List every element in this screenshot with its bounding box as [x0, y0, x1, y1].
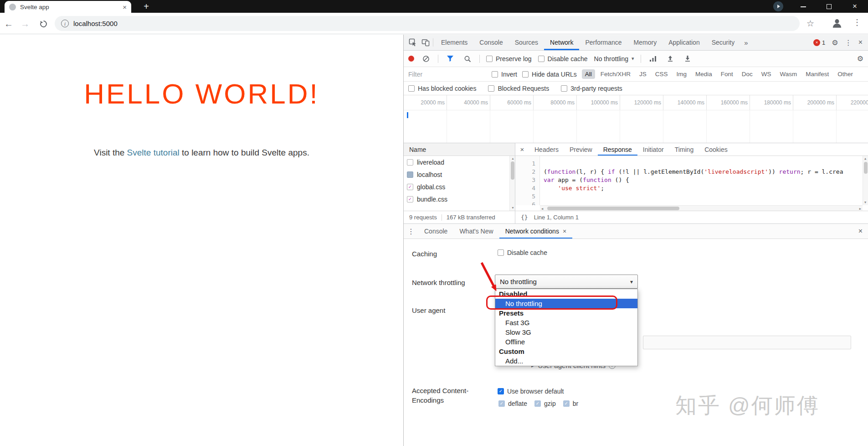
scroll-left-icon[interactable]: ◀	[541, 207, 543, 211]
filter-pill-wasm[interactable]: Wasm	[777, 69, 801, 79]
response-tab-headers[interactable]: Headers	[529, 143, 564, 156]
throttling-option-fast-3g[interactable]: Fast 3G	[495, 318, 637, 327]
network-settings-icon[interactable]: ⚙	[857, 54, 863, 63]
requests-name-header[interactable]: Name	[404, 143, 515, 156]
encoding-deflate-checkbox[interactable]: ✓deflate	[498, 400, 527, 407]
hide-data-urls-checkbox[interactable]: Hide data URLs	[522, 71, 577, 78]
filter-pill-css[interactable]: CSS	[652, 69, 671, 79]
window-minimize-button[interactable]	[801, 6, 806, 7]
encoding-br-checkbox[interactable]: ✓br	[563, 400, 578, 407]
window-maximize-button[interactable]	[827, 4, 832, 9]
requests-scrollbar[interactable]: ▲ ▼	[509, 156, 515, 211]
drawer-close-icon[interactable]: ×	[858, 227, 868, 235]
import-har-icon[interactable]	[665, 53, 676, 64]
drawer-tab-what-s-new[interactable]: What's New	[453, 224, 499, 239]
drawer-menu-icon[interactable]: ⋮	[404, 227, 418, 236]
clear-icon[interactable]	[421, 53, 431, 64]
throttling-select[interactable]: No throttling ▾	[495, 275, 638, 289]
request-row[interactable]: localhost	[404, 168, 515, 181]
inspect-element-icon[interactable]	[407, 37, 418, 48]
format-button[interactable]: {}	[521, 214, 528, 221]
filter-pill-font[interactable]: Font	[718, 69, 736, 79]
browser-tab[interactable]: Svelte app ×	[5, 1, 131, 13]
filter-pill-manifest[interactable]: Manifest	[802, 69, 832, 79]
request-row[interactable]: livereload	[404, 156, 515, 168]
address-bar[interactable]: i localhost:5000	[55, 16, 800, 31]
filter-pill-other[interactable]: Other	[834, 69, 856, 79]
filter-pill-all[interactable]: All	[582, 69, 595, 79]
back-button[interactable]: ←	[2, 17, 15, 31]
throttling-option-add[interactable]: Add...	[495, 356, 637, 366]
scroll-up-icon[interactable]: ▲	[864, 156, 866, 161]
disable-cache-checkbox-drawer[interactable]: Disable cache	[498, 249, 547, 256]
devtools-settings-icon[interactable]: ⚙	[832, 38, 838, 47]
export-har-icon[interactable]	[682, 53, 693, 64]
scroll-down-icon[interactable]: ▼	[864, 200, 866, 205]
scroll-up-icon[interactable]: ▲	[511, 156, 514, 161]
tab-close-icon[interactable]: ×	[123, 4, 127, 10]
encoding-gzip-checkbox[interactable]: ✓gzip	[534, 400, 556, 407]
disable-cache-checkbox[interactable]: Disable cache	[538, 55, 588, 62]
vertical-scrollbar[interactable]: ▲ ▼	[863, 156, 868, 205]
extension-icon[interactable]	[773, 1, 783, 11]
search-icon[interactable]	[462, 53, 473, 64]
response-tab-preview[interactable]: Preview	[564, 143, 598, 156]
record-button[interactable]	[408, 56, 414, 62]
svelte-tutorial-link[interactable]: Svelte tutorial	[127, 148, 180, 157]
drawer-tab-network-conditions[interactable]: Network conditions×	[499, 224, 572, 239]
more-tabs-icon[interactable]: »	[742, 39, 750, 47]
preserve-log-checkbox[interactable]: Preserve log	[486, 55, 532, 62]
filter-pill-img[interactable]: Img	[673, 69, 690, 79]
scroll-down-icon[interactable]: ▼	[511, 206, 514, 210]
throttling-option-slow-3g[interactable]: Slow 3G	[495, 327, 637, 337]
has-blocked-cookies-checkbox[interactable]: Has blocked cookies	[408, 85, 476, 92]
bookmark-star-icon[interactable]: ☆	[806, 18, 814, 29]
network-conditions-icon[interactable]	[647, 53, 658, 64]
request-row[interactable]: ✓bundle.css	[404, 193, 515, 205]
network-timeline[interactable]: 20000 ms40000 ms60000 ms80000 ms100000 m…	[404, 95, 868, 143]
devtools-menu-icon[interactable]: ⋮	[845, 38, 852, 47]
filter-pill-fetch-xhr[interactable]: Fetch/XHR	[597, 69, 634, 79]
reload-button[interactable]	[36, 17, 50, 31]
use-browser-default-checkbox[interactable]: ✓ Use browser default	[498, 388, 564, 395]
scrollbar-thumb[interactable]	[511, 161, 514, 180]
scroll-right-icon[interactable]: ▶	[859, 207, 861, 211]
devtools-tab-elements[interactable]: Elements	[435, 35, 473, 50]
devtools-tab-network[interactable]: Network	[544, 35, 579, 50]
horizontal-scrollbar[interactable]: ◀ ▶	[540, 205, 863, 211]
3rd-party-requests-checkbox[interactable]: 3rd-party requests	[561, 85, 622, 92]
browser-menu-icon[interactable]: ⋮	[853, 17, 861, 27]
devtools-tab-console[interactable]: Console	[473, 35, 508, 50]
filter-pill-js[interactable]: JS	[636, 69, 650, 79]
drawer-tab-console[interactable]: Console	[418, 224, 453, 239]
window-close-button[interactable]: ×	[853, 0, 857, 12]
scrollbar-thumb[interactable]	[547, 207, 679, 210]
response-tab-cookies[interactable]: Cookies	[699, 143, 733, 156]
throttling-dropdown[interactable]: No throttling ▾	[594, 55, 634, 62]
filter-pill-doc[interactable]: Doc	[739, 69, 756, 79]
devtools-tab-application[interactable]: Application	[663, 35, 706, 50]
site-info-icon[interactable]: i	[61, 20, 69, 27]
request-row[interactable]: ✓global.css	[404, 181, 515, 193]
devtools-tab-memory[interactable]: Memory	[628, 35, 663, 50]
filter-input[interactable]	[408, 71, 487, 78]
devtools-tab-sources[interactable]: Sources	[509, 35, 544, 50]
devtools-tab-security[interactable]: Security	[706, 35, 741, 50]
close-icon[interactable]: ×	[563, 228, 566, 235]
blocked-requests-checkbox[interactable]: Blocked Requests	[488, 85, 549, 92]
new-tab-button[interactable]: +	[140, 1, 152, 12]
devtools-tab-performance[interactable]: Performance	[579, 35, 627, 50]
devtools-close-icon[interactable]: ×	[858, 38, 863, 47]
filter-pill-ws[interactable]: WS	[758, 69, 775, 79]
filter-icon[interactable]	[445, 53, 456, 64]
profile-avatar[interactable]	[831, 17, 843, 29]
response-tab-timing[interactable]: Timing	[669, 143, 699, 156]
invert-checkbox[interactable]: Invert	[492, 71, 517, 78]
response-tab-initiator[interactable]: Initiator	[637, 143, 669, 156]
response-tab-response[interactable]: Response	[598, 143, 637, 156]
user-agent-input[interactable]	[643, 336, 851, 349]
throttling-option-offline[interactable]: Offline	[495, 337, 637, 347]
response-code-view[interactable]: 123456 (function(l, r) { if (!l || l.get…	[515, 156, 868, 211]
filter-pill-media[interactable]: Media	[692, 69, 715, 79]
scrollbar-thumb[interactable]	[864, 162, 868, 174]
